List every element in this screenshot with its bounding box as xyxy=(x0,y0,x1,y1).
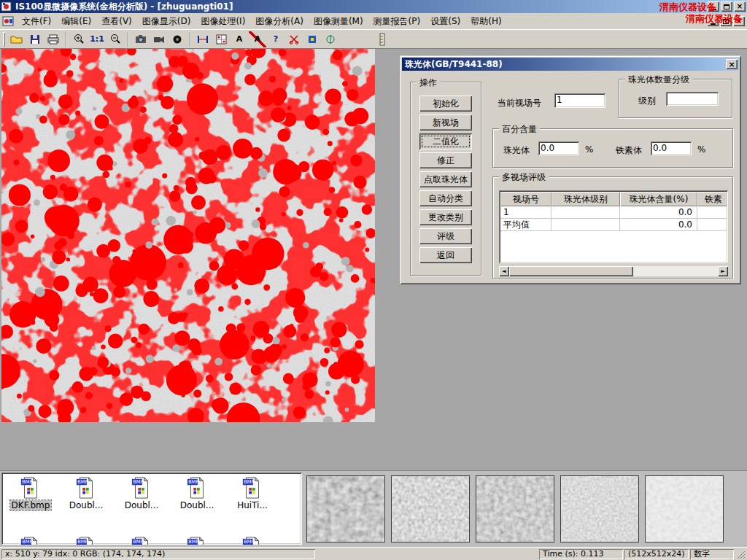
file-name: Doubl... xyxy=(123,500,160,510)
measure-grid-icon[interactable] xyxy=(212,31,230,47)
ruler-icon[interactable] xyxy=(374,31,391,47)
menu-help[interactable]: 帮助(H) xyxy=(465,13,506,29)
menu-bar: 文件(F) 编辑(E) 查看(V) 图像显示(D) 图像处理(I) 图像分析(A… xyxy=(0,13,747,29)
scroll-right-icon[interactable]: ► xyxy=(718,266,728,276)
thumbnail[interactable] xyxy=(645,475,724,542)
cursor-position-readout: x: 510 y: 79 idx: 0 RGB: (174, 174, 174) xyxy=(1,549,315,559)
close-button[interactable]: × xyxy=(734,1,746,12)
help-icon[interactable]: ? xyxy=(267,31,285,47)
probe-icon[interactable] xyxy=(322,31,339,47)
child-restore-button[interactable] xyxy=(720,16,732,26)
bmp-file-icon xyxy=(75,536,97,545)
menu-file[interactable]: 文件(F) xyxy=(17,13,56,29)
file-name: HuiTi... xyxy=(236,500,269,510)
cell xyxy=(551,206,620,219)
zoom-in-icon[interactable] xyxy=(70,31,88,47)
thumbnail[interactable] xyxy=(476,475,554,542)
film-strip: DKF.bmp Doubl... Doubl... Doubl... HuiTi… xyxy=(0,470,747,547)
percent-group: 百分含量 珠光体 0.0 % 铁素体 0.0 % xyxy=(492,128,733,168)
operation-button[interactable]: 新视场 xyxy=(419,114,472,131)
zoom-out-icon[interactable] xyxy=(107,31,124,47)
thumbnail[interactable] xyxy=(391,475,470,542)
menu-settings[interactable]: 设置(S) xyxy=(425,13,465,29)
menu-report[interactable]: 测量报告(P) xyxy=(368,13,426,29)
file-item-partial[interactable] xyxy=(174,536,220,545)
operation-button[interactable]: 评级 xyxy=(419,228,472,244)
toolbar-grip[interactable] xyxy=(3,32,5,47)
scroll-thumb[interactable] xyxy=(509,266,633,276)
child-minimize-button[interactable] xyxy=(707,16,719,26)
marker-icon[interactable] xyxy=(303,31,321,47)
child-window-controls: × xyxy=(707,16,747,26)
dialog-title-bar[interactable]: 珠光体(GB/T9441-88) xyxy=(402,58,739,71)
menu-edit[interactable]: 编辑(E) xyxy=(56,13,96,29)
scroll-track[interactable] xyxy=(509,266,718,276)
col-header-field: 视场号 xyxy=(500,192,551,206)
bmp-file-icon xyxy=(241,476,263,499)
measure-caliper-icon[interactable] xyxy=(194,31,212,47)
video-camera-icon[interactable] xyxy=(150,31,168,47)
multi-field-group-label: 多视场评级 xyxy=(499,171,549,184)
cut-icon[interactable] xyxy=(285,31,303,47)
file-item[interactable]: Doubl... xyxy=(174,476,220,510)
specimen-image[interactable] xyxy=(1,49,375,422)
menu-view[interactable]: 查看(V) xyxy=(96,13,137,29)
open-icon[interactable] xyxy=(8,31,26,47)
operation-button[interactable]: 二值化 xyxy=(419,133,472,149)
file-item-partial[interactable] xyxy=(63,536,109,545)
operation-button[interactable]: 初始化 xyxy=(419,96,472,112)
text-tool-icon[interactable]: A xyxy=(231,31,248,47)
minimize-icon xyxy=(711,23,716,25)
thumbnail[interactable] xyxy=(560,475,639,542)
resize-grip[interactable] xyxy=(735,549,746,559)
menu-image-analysis[interactable]: 图像分析(A) xyxy=(250,13,309,29)
minimize-button[interactable] xyxy=(708,1,719,12)
percent-sign: % xyxy=(585,144,593,155)
scroll-left-icon[interactable]: ◄ xyxy=(499,266,509,276)
window-controls: × xyxy=(708,1,747,12)
save-icon[interactable] xyxy=(26,31,44,47)
restore-icon xyxy=(723,19,729,24)
menu-image-process[interactable]: 图像处理(I) xyxy=(196,13,250,29)
pearlite-input[interactable]: 0.0 xyxy=(538,141,579,155)
table-row[interactable]: 1 0.0 xyxy=(500,206,727,219)
snapshot-icon[interactable] xyxy=(169,31,186,47)
table-row[interactable]: 平均值 0.0 xyxy=(500,219,727,231)
file-item-partial[interactable] xyxy=(7,536,54,545)
operation-button[interactable]: 更改类别 xyxy=(419,209,472,225)
grid-hscrollbar[interactable]: ◄ ► xyxy=(499,266,728,276)
pearlite-label: 珠光体 xyxy=(503,144,530,157)
dialog-close-button[interactable]: × xyxy=(726,59,738,69)
cell xyxy=(551,219,620,231)
ferrite-input[interactable]: 0.0 xyxy=(651,141,692,155)
current-field-input[interactable]: 1 xyxy=(554,93,605,108)
capture-icon[interactable] xyxy=(132,31,150,47)
actual-size-icon[interactable]: 1:1 xyxy=(88,31,106,47)
child-window-icon[interactable] xyxy=(2,15,14,27)
operation-button[interactable]: 自动分类 xyxy=(419,190,472,206)
menu-image-display[interactable]: 图像显示(D) xyxy=(137,13,196,29)
title-bar[interactable]: IS100显微摄像系统(金相分析版) - [zhuguangti01] × xyxy=(0,0,747,13)
current-field-label: 当前视场号 xyxy=(498,97,541,109)
text-angle-icon[interactable]: A xyxy=(249,31,266,47)
percent-sign: % xyxy=(697,144,705,155)
menu-image-measure[interactable]: 图像测量(M) xyxy=(309,13,368,29)
bmp-file-icon xyxy=(131,536,152,545)
operation-button[interactable]: 修正 xyxy=(419,152,472,168)
operation-button[interactable]: 返回 xyxy=(419,247,472,263)
maximize-button[interactable] xyxy=(721,1,732,12)
file-item-partial[interactable] xyxy=(118,536,165,545)
level-label: 级别 xyxy=(638,95,656,107)
level-input[interactable] xyxy=(666,92,719,106)
operation-group-label: 操作 xyxy=(417,77,440,89)
file-item[interactable]: DKF.bmp xyxy=(7,476,54,510)
thumbnail[interactable] xyxy=(306,475,385,542)
file-item[interactable]: Doubl... xyxy=(118,476,165,510)
operation-button[interactable]: 点取珠光体 xyxy=(419,171,472,187)
file-item[interactable]: Doubl... xyxy=(63,476,109,510)
file-item-partial[interactable] xyxy=(229,536,276,545)
child-close-button[interactable]: × xyxy=(733,16,745,26)
maximize-icon xyxy=(724,4,729,9)
print-icon[interactable] xyxy=(44,31,62,47)
file-item[interactable]: HuiTi... xyxy=(229,476,276,510)
